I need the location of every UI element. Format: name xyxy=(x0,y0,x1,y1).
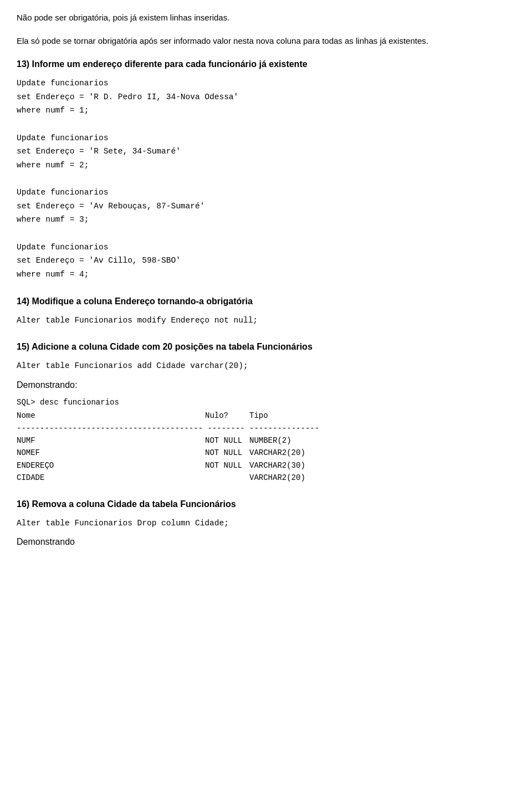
row-nulo: NOT NULL xyxy=(205,434,249,447)
section-16-code: Alter table Funcionarios Drop column Cid… xyxy=(17,516,515,530)
section-15-code: Alter table Funcionarios add Cidade varc… xyxy=(17,359,515,373)
row-nome: NUMF xyxy=(17,434,205,447)
table-row: NUMFNOT NULLNUMBER(2) xyxy=(17,434,515,447)
row-nome: CIDADE xyxy=(17,472,205,484)
table-separator: ----------------------------------------… xyxy=(17,422,515,434)
section-15: 15) Adicione a coluna Cidade com 20 posi… xyxy=(17,340,515,484)
section-15-demonstrando: Demonstrando: xyxy=(17,379,515,392)
row-tipo: NUMBER(2) xyxy=(249,436,291,445)
intro-section: Não pode ser obrigatória, pois já existe… xyxy=(17,11,515,48)
row-tipo: VARCHAR2(20) xyxy=(249,473,305,482)
section-14-heading: 14) Modifique a coluna Endereço tornando… xyxy=(17,295,515,308)
section-16: 16) Remova a coluna Cidade da tabela Fun… xyxy=(17,498,515,549)
row-nome: NOMEF xyxy=(17,447,205,459)
section-15-demo-table: SQL> desc funcionarios NomeNulo?Tipo ---… xyxy=(17,396,515,484)
table-rows: NUMFNOT NULLNUMBER(2)NOMEFNOT NULLVARCHA… xyxy=(17,434,515,484)
row-tipo: VARCHAR2(20) xyxy=(249,448,305,457)
section-13-heading: 13) Informe um endereço diferente para c… xyxy=(17,58,515,71)
col-nome-header: Nome xyxy=(17,410,205,422)
table-row: NOMEFNOT NULLVARCHAR2(20) xyxy=(17,447,515,459)
section-15-heading: 15) Adicione a coluna Cidade com 20 posi… xyxy=(17,340,515,354)
section-13-code: Update funcionarios set Endereço = 'R D.… xyxy=(17,76,515,282)
section-16-heading: 16) Remova a coluna Cidade da tabela Fun… xyxy=(17,498,515,511)
row-nulo: NOT NULL xyxy=(205,459,249,472)
section-16-demonstrando: Demonstrando xyxy=(17,535,515,549)
section-13: 13) Informe um endereço diferente para c… xyxy=(17,58,515,282)
intro-line1: Não pode ser obrigatória, pois já existe… xyxy=(17,11,515,24)
table-row: ENDEREÇONOT NULLVARCHAR2(30) xyxy=(17,459,515,472)
col-nulo-header: Nulo? xyxy=(205,410,249,422)
col-tipo-header: Tipo xyxy=(249,411,268,420)
sql-desc-line: SQL> desc funcionarios xyxy=(17,396,515,408)
section-14-code: Alter table Funcionarios modify Endereço… xyxy=(17,314,515,328)
table-row: CIDADEVARCHAR2(20) xyxy=(17,472,515,484)
row-tipo: VARCHAR2(30) xyxy=(249,461,305,470)
intro-line2: Ela só pode se tornar obrigatória após s… xyxy=(17,34,515,48)
section-14: 14) Modifique a coluna Endereço tornando… xyxy=(17,295,515,328)
row-nulo: NOT NULL xyxy=(205,447,249,459)
row-nome: ENDEREÇO xyxy=(17,459,205,472)
table-wrapper: NomeNulo?Tipo --------------------------… xyxy=(17,410,515,484)
